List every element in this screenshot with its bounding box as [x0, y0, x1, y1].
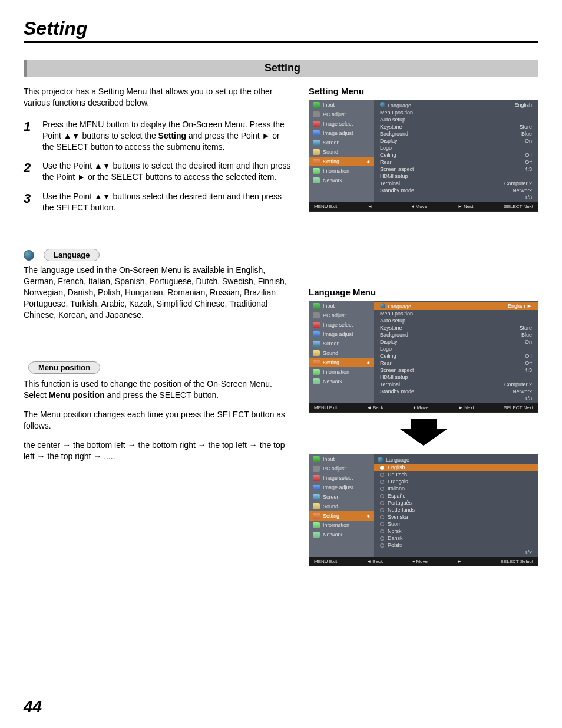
- osd-lang-label: Deutsch: [388, 472, 407, 477]
- menu-icon: [313, 522, 320, 528]
- osd-row: Screen aspect4:3: [374, 367, 538, 374]
- osd-lang-item: Français: [374, 478, 538, 485]
- menu-icon: [313, 159, 320, 164]
- osd-side-item: Input: [309, 100, 374, 110]
- osd-side-label: Setting: [323, 159, 339, 164]
- osd-header-row: LanguageEnglish: [374, 101, 538, 109]
- osd-row-label: Ceiling: [380, 152, 396, 158]
- osd-row: Screen aspect4:3: [374, 166, 538, 173]
- osd-row: Auto setup: [374, 317, 538, 324]
- osd-row-value: Blue: [521, 332, 532, 338]
- osd-side-label: Screen: [323, 341, 340, 347]
- osd-side-label: Network: [323, 378, 342, 384]
- page-title: Setting: [24, 18, 538, 39]
- osd-bar-item: MENU Exit: [314, 204, 337, 209]
- osd-row-value: Store: [519, 124, 532, 130]
- radio-icon: [380, 529, 384, 533]
- radio-icon: [380, 487, 384, 491]
- radio-icon: [380, 480, 384, 484]
- osd-side-item: Sound: [309, 147, 374, 157]
- step-number: 2: [24, 160, 34, 183]
- osd-row-value: On: [525, 339, 532, 345]
- osd-setting-menu: InputPC adjustImage selectImage adjustSc…: [309, 100, 538, 212]
- osd-side-item: Image adjust: [309, 483, 374, 492]
- arrow-down-icon: [400, 419, 447, 446]
- osd-header-value: English ►: [508, 303, 532, 309]
- osd-side-item: Image select: [309, 119, 374, 129]
- osd-row-value: 4:3: [524, 367, 532, 373]
- step-3: 3 Use the Point ▲▼ buttons select the de…: [24, 191, 291, 213]
- osd-row-label: Standby mode: [380, 187, 414, 193]
- osd-row-value: Off: [525, 152, 532, 158]
- osd-side-item: PC adjust: [309, 311, 374, 320]
- radio-icon: [380, 473, 384, 477]
- menu-icon: [313, 121, 320, 127]
- globe-icon: [380, 102, 385, 107]
- osd-bar-item: ► Next: [458, 204, 474, 209]
- menu-icon: [313, 140, 320, 146]
- osd-row: BackgroundBlue: [374, 331, 538, 338]
- osd-row-label: HDMI setup: [380, 173, 408, 179]
- osd-side-label: Network: [323, 532, 342, 538]
- osd-bar-item: ◄ Back: [367, 405, 384, 410]
- osd-bar-item: MENU Exit: [314, 405, 337, 410]
- osd-lang-label: Nederlands: [388, 507, 415, 513]
- osd-row-label: Logo: [380, 145, 392, 151]
- osd-side-label: Image select: [323, 475, 353, 481]
- osd-lang-item: Polski: [374, 542, 538, 549]
- osd-side-item: PC adjust: [309, 110, 374, 119]
- osd-side-label: Network: [323, 177, 342, 183]
- osd-row-value: Network: [513, 388, 532, 394]
- menu-icon: [313, 532, 320, 538]
- osd-side-item: Setting ◄: [309, 511, 374, 521]
- step-1: 1 Press the MENU button to display the O…: [24, 119, 291, 153]
- osd-side-item: Input: [309, 454, 374, 464]
- osd-side-item: Information: [309, 166, 374, 176]
- osd-lang-item: Dansk: [374, 535, 538, 542]
- setting-menu-title: Setting Menu: [309, 86, 538, 96]
- osd-header-row: LanguageEnglish ►: [374, 302, 538, 310]
- globe-icon: [380, 303, 385, 308]
- osd-side-item: Screen: [309, 138, 374, 147]
- osd-row: Auto setup: [374, 116, 538, 123]
- osd-lang-label: Dansk: [388, 535, 403, 541]
- osd-side-label: Information: [323, 369, 349, 375]
- menu-icon: [313, 322, 320, 328]
- osd-row-value: On: [525, 138, 532, 144]
- osd-row: RearOff: [374, 159, 538, 166]
- osd-side-label: Screen: [323, 494, 340, 500]
- osd-side-item: Sound: [309, 348, 374, 358]
- radio-icon: [380, 543, 384, 548]
- osd-side-label: Information: [323, 522, 349, 528]
- osd-side-label: Input: [323, 456, 335, 462]
- menu-icon: [313, 331, 320, 337]
- menu-icon: [313, 130, 320, 136]
- osd-row-value: Off: [525, 360, 532, 366]
- osd-side-item: PC adjust: [309, 464, 374, 473]
- osd-side-item: Image adjust: [309, 330, 374, 339]
- menu-icon: [313, 360, 320, 365]
- osd-row-label: Ceiling: [380, 353, 396, 359]
- osd-side-label: PC adjust: [323, 466, 346, 472]
- osd-row: KeystoneStore: [374, 324, 538, 331]
- osd-lang-label: Polski: [388, 542, 402, 548]
- osd-row-value: Store: [519, 325, 532, 331]
- osd-row-value: Computer 2: [504, 381, 532, 387]
- osd-side-item: Image select: [309, 320, 374, 330]
- osd-row-label: Background: [380, 332, 408, 338]
- osd-header-label: Language: [388, 304, 411, 309]
- osd-side-label: Information: [323, 168, 349, 174]
- osd-bar-item: ◄ -----: [368, 204, 381, 209]
- osd-row-label: Keystone: [380, 124, 402, 130]
- osd-bar-item: SELECT Select: [501, 559, 533, 564]
- title-rule: [24, 41, 538, 45]
- osd-side-item: Input: [309, 301, 374, 311]
- osd-lang-label: Français: [388, 479, 408, 485]
- osd-lang-header: Language: [374, 456, 538, 464]
- section-heading: Setting: [24, 60, 538, 77]
- step-2: 2 Use the Point ▲▼ buttons to select the…: [24, 160, 291, 183]
- osd-lang-label: Español: [388, 493, 407, 499]
- osd-lang-label: Svenska: [388, 514, 408, 520]
- osd-row: CeilingOff: [374, 353, 538, 360]
- osd-side-label: Setting: [323, 513, 339, 519]
